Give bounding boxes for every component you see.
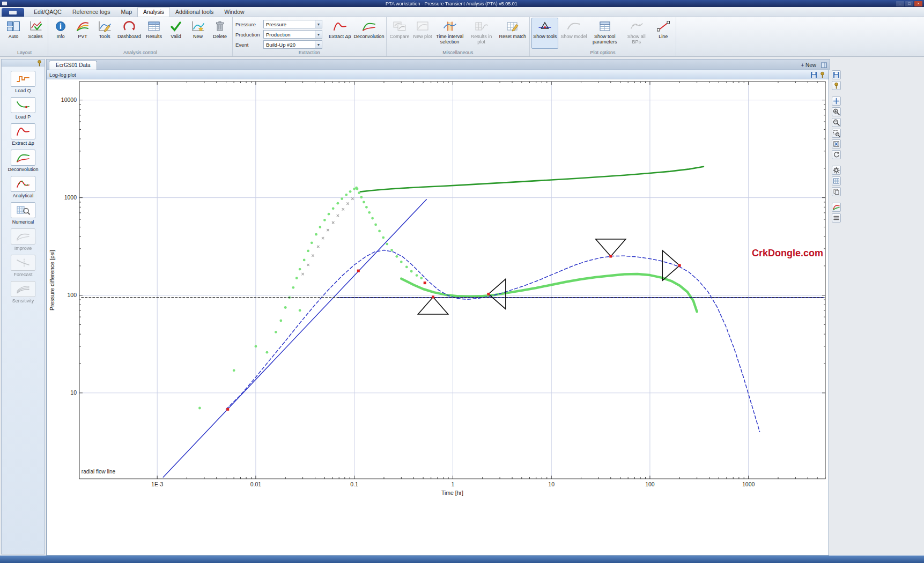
document-tab-ecrgs01-data[interactable]: EcrGS01 Data <box>49 61 97 70</box>
show-tool-parameters-button[interactable]: Show tool parameters <box>589 18 620 49</box>
field-label-event: Event <box>235 42 261 48</box>
scales-button[interactable]: Scales <box>25 18 46 49</box>
copy-icon[interactable] <box>832 187 841 196</box>
button-label: Valid <box>171 34 181 39</box>
match-point-marker[interactable] <box>609 255 612 258</box>
pressure-select[interactable]: Pressure▼ <box>263 20 322 28</box>
reset-match-button[interactable]: Reset match <box>498 18 528 49</box>
match-point-marker[interactable] <box>432 295 434 298</box>
compare-button: Compare <box>388 18 411 49</box>
curves-icon[interactable] <box>832 203 841 212</box>
field-row: ProductionProduction▼ <box>235 30 322 39</box>
sidebar-item-load-q[interactable]: Load Q <box>3 71 43 93</box>
match-point-marker[interactable] <box>357 270 360 272</box>
new-analysis-button[interactable]: + New <box>801 62 816 68</box>
loglog-chart[interactable]: 1E-30.010.1110100100010100100010000Time … <box>47 79 829 554</box>
event-select[interactable]: Build-Up #20▼ <box>263 40 322 49</box>
menu-tab-map[interactable]: Map <box>116 8 137 17</box>
save-icon[interactable] <box>810 71 817 78</box>
y-axis-title: Pressure difference [psi] <box>49 250 55 310</box>
menu-tab-window[interactable]: Window <box>219 8 249 17</box>
numerical-icon <box>11 202 35 218</box>
status-bar <box>0 555 924 563</box>
delete-button[interactable]: Delete <box>209 18 231 49</box>
button-label: PVT <box>78 34 87 39</box>
dashboard-button[interactable]: Dashboard <box>116 18 143 49</box>
menu-tab-reference-logs[interactable]: Reference logs <box>67 8 116 17</box>
title-bar: PTA workstation - Pressure Transient Ana… <box>0 0 924 7</box>
auto-button[interactable]: Auto <box>3 18 24 49</box>
show-model-button: Show model <box>559 18 589 49</box>
production-select[interactable]: Production▼ <box>263 30 322 39</box>
match-point-marker[interactable] <box>226 408 229 411</box>
sidebar-item-analytical[interactable]: Analytical <box>3 176 43 198</box>
close-button[interactable]: × <box>914 1 922 6</box>
minimize-button[interactable]: – <box>896 1 904 6</box>
pin-icon[interactable] <box>819 71 826 78</box>
sidebar-item-deconvolution[interactable]: Deconvolution <box>3 150 43 172</box>
table-icon[interactable] <box>832 176 841 186</box>
deconvolution-button[interactable]: Deconvolution <box>353 18 385 49</box>
maximize-button[interactable]: □ <box>905 1 913 6</box>
pin-icon[interactable] <box>36 60 43 66</box>
ribbon-group-label: Extraction <box>234 49 385 56</box>
button-label: Show tools <box>533 34 557 39</box>
svg-text:1E-3: 1E-3 <box>151 481 163 487</box>
match-point-marker[interactable] <box>678 264 681 267</box>
zoom-out-icon[interactable] <box>832 118 841 127</box>
gear-icon[interactable] <box>832 166 841 175</box>
new-plot-button: New plot <box>412 18 434 49</box>
new-button[interactable]: New <box>187 18 209 49</box>
tools-icon <box>98 20 112 33</box>
load-q-icon <box>11 71 35 87</box>
sidebar-item-improve: Improve <box>3 228 43 251</box>
pvt-button[interactable]: PVT <box>72 18 93 49</box>
show-all-bps-button: Show all BPs <box>621 18 652 49</box>
line-button[interactable]: Line <box>653 18 674 49</box>
match-point-marker[interactable] <box>487 293 490 295</box>
valid-button[interactable]: Valid <box>165 18 187 49</box>
tools-button[interactable]: Tools <box>94 18 115 49</box>
plot-area[interactable] <box>79 82 825 479</box>
sidebar-item-label: Extract Δp <box>12 140 34 146</box>
info-button[interactable]: Info <box>50 18 71 49</box>
load-p-icon <box>11 97 35 113</box>
results-button[interactable]: Results <box>143 18 165 49</box>
application-window: PTA workstation - Pressure Transient Ana… <box>0 0 924 563</box>
x-axis-title: Time [hr] <box>441 490 463 496</box>
previous-view-icon[interactable] <box>832 150 841 159</box>
button-label: Scales <box>28 34 42 39</box>
sidebar-item-label: Forecast <box>13 272 32 277</box>
save-icon[interactable] <box>832 70 841 79</box>
plot-window-header: Log-log plot <box>47 70 829 79</box>
forecast-icon <box>11 255 35 271</box>
svg-text:0.1: 0.1 <box>350 481 358 487</box>
full-view-icon[interactable] <box>832 139 841 149</box>
button-label: Results <box>146 34 162 39</box>
svg-text:0.01: 0.01 <box>250 481 262 487</box>
pin-icon[interactable] <box>832 81 841 90</box>
sidebar-item-label: Improve <box>14 246 32 251</box>
pan-icon[interactable] <box>832 97 841 106</box>
menu-lines-icon[interactable] <box>832 213 841 223</box>
panel-icon[interactable] <box>820 62 827 69</box>
zoom-window-icon[interactable] <box>832 129 841 138</box>
show-tools-button[interactable]: Show tools <box>531 18 558 49</box>
zoom-in-icon[interactable] <box>832 107 841 116</box>
sidebar-item-load-p[interactable]: Load P <box>3 97 43 120</box>
button-label: Tools <box>99 34 110 39</box>
sidebar-item-sensitivity: Sensitivity <box>3 281 43 303</box>
menu-tab-edit-qaqc[interactable]: Edit/QAQC <box>28 8 67 17</box>
sidebar-item-extract-p[interactable]: Extract Δp <box>3 123 43 146</box>
application-menu-button[interactable] <box>2 8 24 17</box>
button-label: Delete <box>213 34 227 39</box>
deconvolution-icon <box>11 150 35 166</box>
match-point-marker[interactable] <box>424 282 426 284</box>
selected-value: Build-Up #20 <box>266 42 315 48</box>
sidebar-item-numerical[interactable]: Numerical <box>3 202 43 225</box>
selected-value: Pressure <box>266 21 315 27</box>
menu-tab-analysis[interactable]: Analysis <box>137 7 170 17</box>
time-interval-selection-button[interactable]: Time interval selection <box>434 18 465 49</box>
menu-tab-additional-tools[interactable]: Additional tools <box>170 8 219 17</box>
extract-p-button[interactable]: Extract Δp <box>327 18 353 49</box>
